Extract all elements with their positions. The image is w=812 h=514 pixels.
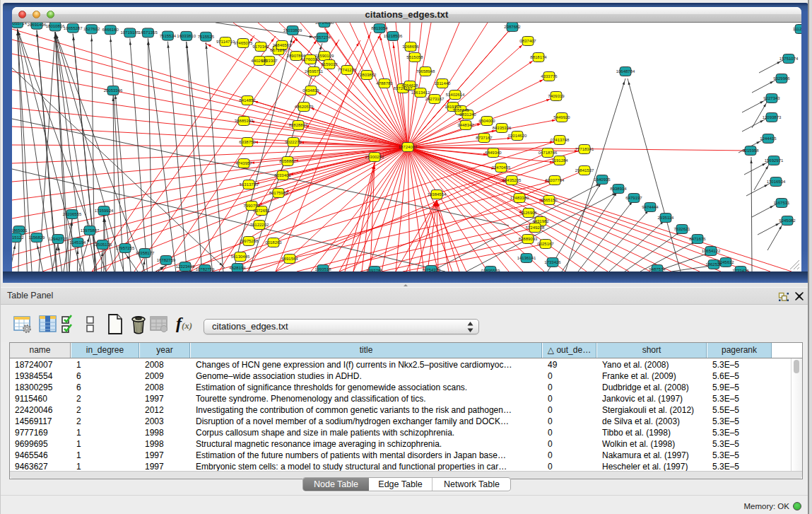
svg-text:19218506: 19218506 (384, 34, 403, 38)
svg-text:1112374: 1112374 (793, 27, 801, 31)
svg-text:7515524: 7515524 (160, 34, 177, 38)
svg-text:8414852: 8414852 (239, 98, 256, 103)
svg-text:70658948: 70658948 (416, 69, 435, 74)
svg-text:8938914: 8938914 (610, 187, 627, 191)
svg-text:19384554: 19384554 (428, 192, 447, 197)
svg-text:1156829: 1156829 (29, 235, 46, 240)
svg-text:4333776: 4333776 (541, 74, 558, 78)
svg-text:1145194: 1145194 (70, 240, 87, 245)
svg-text:84335326: 84335326 (493, 126, 512, 130)
svg-text:9022279: 9022279 (285, 140, 302, 144)
svg-text:17016504: 17016504 (767, 180, 786, 184)
svg-text:4628194: 4628194 (229, 266, 246, 270)
svg-text:02014620: 02014620 (508, 134, 527, 138)
svg-text:18724008: 18724008 (315, 23, 334, 25)
svg-text:24595711: 24595711 (305, 69, 324, 74)
svg-text:20691406: 20691406 (28, 23, 47, 27)
svg-text:24273167: 24273167 (425, 97, 445, 101)
svg-text:15751074: 15751074 (779, 57, 799, 61)
svg-text:9170342: 9170342 (252, 45, 269, 49)
svg-text:10358177: 10358177 (136, 251, 155, 255)
svg-text:1167531: 1167531 (774, 201, 791, 205)
svg-text:97114710: 97114710 (216, 40, 235, 44)
svg-text:10782759: 10782759 (196, 267, 215, 271)
svg-text:12323448: 12323448 (176, 264, 195, 269)
svg-text:6691564: 6691564 (281, 257, 298, 261)
svg-text:4264628: 4264628 (401, 83, 418, 88)
svg-text:16571355: 16571355 (139, 30, 158, 35)
svg-text:7632621: 7632621 (673, 227, 690, 231)
svg-text:13975887: 13975887 (81, 228, 100, 233)
svg-text:80175989: 80175989 (269, 191, 288, 195)
svg-text:51313735: 51313735 (240, 182, 259, 187)
svg-text:29975288: 29975288 (240, 239, 259, 243)
svg-text:12093873: 12093873 (763, 115, 782, 119)
svg-text:77741215: 77741215 (338, 68, 357, 72)
svg-text:1527602: 1527602 (83, 27, 100, 31)
svg-text:9245612: 9245612 (717, 260, 734, 264)
svg-text:4431982: 4431982 (532, 219, 549, 223)
svg-text:57249208: 57249208 (526, 226, 545, 230)
svg-text:21590109: 21590109 (315, 54, 334, 58)
svg-text:0837407: 0837407 (519, 39, 536, 43)
svg-text:30435205: 30435205 (502, 178, 522, 182)
svg-text:56130445: 56130445 (231, 255, 250, 259)
svg-text:0018263: 0018263 (265, 240, 282, 245)
svg-text:25300253: 25300253 (365, 155, 384, 159)
svg-text:3191284: 3191284 (551, 158, 568, 163)
svg-text:15692971: 15692971 (765, 158, 784, 163)
svg-text:76122202: 76122202 (250, 223, 269, 227)
svg-text:77718341: 77718341 (575, 147, 594, 151)
svg-text:3448347: 3448347 (457, 123, 474, 127)
svg-text:20053346: 20053346 (104, 88, 123, 93)
svg-text:9093786: 9093786 (366, 269, 383, 271)
svg-text:22470455: 22470455 (492, 165, 511, 170)
svg-text:48620579: 48620579 (295, 105, 314, 109)
svg-text:01895559: 01895559 (481, 269, 500, 271)
svg-text:1640935: 1640935 (594, 177, 611, 182)
svg-text:7357274: 7357274 (314, 35, 331, 40)
svg-text:6671276: 6671276 (270, 48, 287, 52)
svg-text:97465075: 97465075 (234, 41, 253, 45)
svg-text:12505135: 12505135 (93, 243, 112, 247)
svg-text:14055714: 14055714 (12, 23, 28, 25)
svg-text:6565150: 6565150 (541, 198, 558, 202)
svg-text:10719185: 10719185 (120, 30, 139, 35)
svg-text:4126906: 4126906 (520, 211, 537, 215)
svg-text:6466160: 6466160 (102, 28, 119, 32)
svg-text:10655287: 10655287 (64, 26, 83, 30)
svg-text:9487574: 9487574 (649, 267, 666, 271)
svg-text:0434839: 0434839 (302, 88, 319, 93)
svg-text:4788783: 4788783 (376, 81, 393, 86)
svg-text:12942737: 12942737 (49, 237, 68, 241)
svg-text:8159013: 8159013 (321, 62, 338, 66)
svg-text:2387682: 2387682 (504, 25, 521, 29)
svg-text:4402685: 4402685 (251, 59, 268, 63)
svg-text:9474444: 9474444 (642, 205, 659, 209)
svg-text:6338750: 6338750 (239, 140, 256, 144)
svg-text:1733426: 1733426 (732, 269, 749, 271)
svg-text:82828807: 82828807 (289, 123, 308, 127)
svg-text:4504000: 4504000 (478, 119, 495, 123)
svg-text:13613412: 13613412 (411, 90, 430, 95)
svg-text:20206555: 20206555 (63, 212, 82, 216)
svg-text:6849340: 6849340 (485, 151, 502, 155)
svg-text:1993518: 1993518 (314, 267, 331, 271)
svg-text:5515058: 5515058 (406, 55, 423, 59)
svg-text:17359924: 17359924 (95, 209, 114, 213)
svg-text:17483380: 17483380 (510, 196, 529, 200)
svg-text:1311440: 1311440 (435, 81, 452, 86)
svg-text:9329966: 9329966 (773, 76, 790, 81)
svg-text:3215958: 3215958 (742, 148, 759, 153)
svg-text:4743957: 4743957 (235, 161, 252, 165)
svg-text:1865001: 1865001 (12, 228, 28, 233)
svg-text:8818174: 8818174 (530, 55, 547, 59)
svg-text:7990751: 7990751 (243, 204, 260, 208)
svg-text:16782759: 16782759 (157, 258, 176, 262)
svg-text:07413748: 07413748 (551, 138, 570, 142)
svg-text:0025167: 0025167 (537, 242, 554, 246)
svg-text:29841537: 29841537 (575, 168, 594, 173)
svg-text:04718746: 04718746 (539, 151, 558, 155)
svg-text:8033401: 8033401 (274, 173, 291, 177)
svg-text:16033810: 16033810 (177, 34, 196, 38)
